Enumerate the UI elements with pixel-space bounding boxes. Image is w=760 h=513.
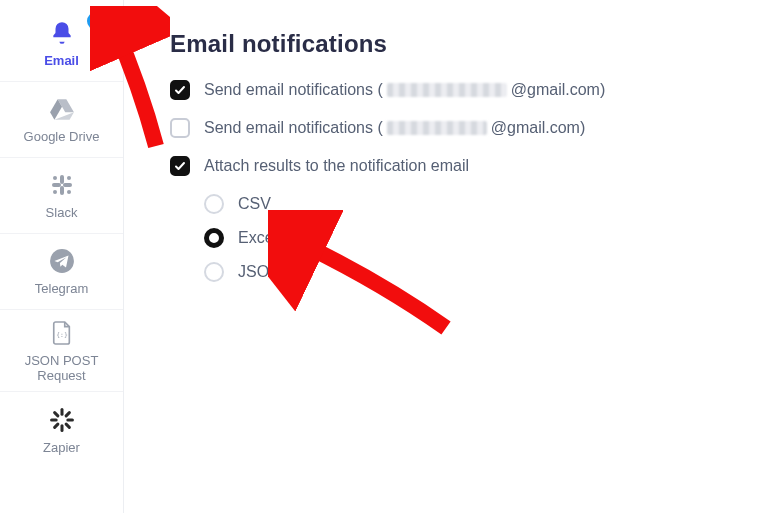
email-settings-panel: Email notifications Send email notificat… — [124, 0, 760, 513]
google-drive-icon — [47, 94, 77, 124]
redacted-email-2 — [387, 121, 487, 135]
page-title: Email notifications — [170, 30, 740, 58]
app-root: Email Google Drive Slack Telegram — [0, 0, 760, 513]
sidebar-item-label: Telegram — [35, 282, 88, 297]
checkbox-send-2[interactable] — [170, 118, 190, 138]
format-label: Excel — [238, 229, 277, 247]
svg-rect-16 — [66, 418, 74, 421]
svg-point-10 — [67, 190, 71, 194]
sidebar-item-slack[interactable]: Slack — [0, 158, 123, 234]
radio-excel[interactable] — [204, 228, 224, 248]
svg-text:{:}: {:} — [56, 330, 68, 338]
send-email-label-2: Send email notifications ( @gmail.com) — [204, 119, 585, 137]
format-label: JSON — [238, 263, 281, 281]
attachment-format-group: CSV Excel JSON — [204, 194, 740, 282]
sidebar-item-telegram[interactable]: Telegram — [0, 234, 123, 310]
svg-rect-15 — [50, 418, 58, 421]
svg-rect-6 — [63, 183, 72, 187]
svg-point-9 — [53, 190, 57, 194]
format-label: CSV — [238, 195, 271, 213]
label-suffix: @gmail.com) — [491, 119, 585, 137]
zapier-icon — [47, 405, 77, 435]
sidebar-item-label: Slack — [46, 206, 78, 221]
redacted-email-1 — [387, 83, 507, 97]
format-option-csv[interactable]: CSV — [204, 194, 740, 214]
label-prefix: Send email notifications ( — [204, 81, 383, 99]
svg-point-7 — [53, 176, 57, 180]
sidebar-item-email[interactable]: Email — [0, 6, 123, 82]
format-option-excel[interactable]: Excel — [204, 228, 740, 248]
send-email-label-1: Send email notifications ( @gmail.com) — [204, 81, 605, 99]
sidebar-item-label: Email — [44, 54, 79, 69]
sidebar-item-label: Zapier — [43, 441, 80, 456]
sidebar-item-label: JSON POST Request — [25, 354, 99, 384]
svg-rect-5 — [52, 183, 61, 187]
checkbox-send-1[interactable] — [170, 80, 190, 100]
label-suffix: @gmail.com) — [511, 81, 605, 99]
checkmark-badge-icon — [87, 12, 105, 30]
sidebar-item-zapier[interactable]: Zapier — [0, 392, 123, 468]
send-email-row-2[interactable]: Send email notifications ( @gmail.com) — [170, 118, 740, 138]
sidebar-item-json-post[interactable]: {:} JSON POST Request — [0, 310, 123, 392]
label-prefix: Send email notifications ( — [204, 119, 383, 137]
svg-point-8 — [67, 176, 71, 180]
svg-rect-17 — [63, 410, 71, 418]
svg-rect-18 — [52, 422, 60, 430]
send-email-row-1[interactable]: Send email notifications ( @gmail.com) — [170, 80, 740, 100]
radio-json[interactable] — [204, 262, 224, 282]
svg-rect-4 — [60, 186, 64, 195]
integrations-sidebar: Email Google Drive Slack Telegram — [0, 0, 124, 513]
attach-results-label: Attach results to the notification email — [204, 157, 469, 175]
attach-results-row[interactable]: Attach results to the notification email — [170, 156, 740, 176]
svg-rect-20 — [63, 422, 71, 430]
format-option-json[interactable]: JSON — [204, 262, 740, 282]
sidebar-item-label: Google Drive — [24, 130, 100, 145]
slack-icon — [47, 170, 77, 200]
svg-rect-3 — [60, 175, 64, 184]
bell-icon — [47, 18, 77, 48]
svg-rect-14 — [60, 424, 63, 432]
sidebar-item-google-drive[interactable]: Google Drive — [0, 82, 123, 158]
telegram-icon — [47, 246, 77, 276]
svg-rect-13 — [60, 408, 63, 416]
radio-csv[interactable] — [204, 194, 224, 214]
svg-rect-19 — [52, 410, 60, 418]
file-code-icon: {:} — [47, 318, 77, 348]
svg-point-11 — [50, 249, 74, 273]
checkbox-attach[interactable] — [170, 156, 190, 176]
